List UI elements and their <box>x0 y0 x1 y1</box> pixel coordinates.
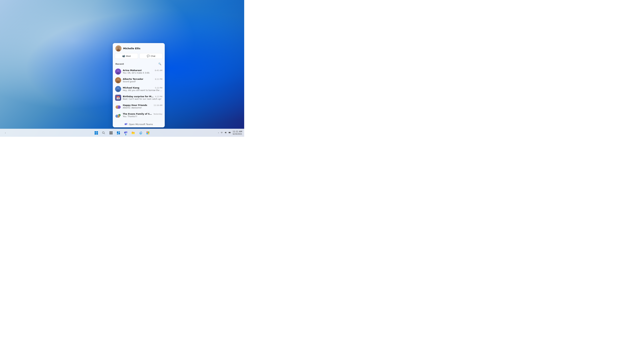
chat-item-happyhour[interactable]: Happy Hour Friends 11:16 AM Alberto: Awe… <box>113 102 165 111</box>
file-explorer-button[interactable] <box>130 130 136 136</box>
search-button[interactable] <box>100 130 107 136</box>
avatar-alberto <box>115 77 121 83</box>
desktop: Michelle Ellis 📹 Meet 💬 Chat Recent 🔍 <box>0 0 244 137</box>
taskbar-left: › <box>2 130 9 136</box>
meet-button[interactable]: 📹 Meet <box>115 53 138 59</box>
volume-icon[interactable] <box>224 131 227 135</box>
battery-icon[interactable] <box>228 131 231 135</box>
svg-rect-45 <box>118 133 120 134</box>
edge-icon <box>139 131 142 135</box>
user-avatar <box>116 45 122 51</box>
chat-time-evans: Yesterday <box>154 113 162 115</box>
chat-name-birthday: Birthday surprise for Mum <box>123 95 154 98</box>
windows-logo-icon <box>94 131 98 135</box>
svg-line-37 <box>104 133 105 134</box>
chat-content-evans: The Evans Family of Supers Yesterday You… <box>123 113 162 118</box>
search-recent-button[interactable]: 🔍 <box>157 61 162 66</box>
svg-rect-50 <box>148 132 149 133</box>
start-button[interactable] <box>93 130 100 136</box>
chat-label: Chat <box>150 55 155 57</box>
recent-section-header: Recent 🔍 <box>113 60 165 67</box>
chat-name-michael: Michael Kang <box>123 86 139 89</box>
svg-rect-43 <box>118 131 120 132</box>
svg-rect-52 <box>148 133 149 134</box>
svg-rect-35 <box>96 133 98 135</box>
chat-name-happyhour: Happy Hour Friends <box>123 104 147 106</box>
avatar-arina <box>115 68 121 75</box>
svg-point-14 <box>116 89 120 92</box>
taskbar: › <box>0 129 244 137</box>
svg-point-18 <box>118 106 120 108</box>
chat-icon: 💬 <box>147 55 150 57</box>
task-view-button[interactable] <box>108 130 114 136</box>
svg-point-7 <box>117 70 119 72</box>
svg-point-36 <box>102 132 104 133</box>
svg-point-13 <box>117 87 119 89</box>
chat-time-birthday: 4:23 PM <box>155 95 162 98</box>
svg-point-5 <box>119 47 119 48</box>
svg-point-48 <box>126 132 126 132</box>
svg-rect-54 <box>230 132 231 133</box>
search-icon <box>102 131 105 135</box>
widgets-icon <box>117 131 120 135</box>
svg-point-11 <box>116 81 120 83</box>
taskbar-right: › <box>218 130 242 135</box>
open-teams-footer[interactable]: T Open Microsoft Teams <box>113 121 165 127</box>
teams-chat-taskbar-button[interactable] <box>122 130 129 136</box>
wifi-icon[interactable] <box>220 131 223 135</box>
chat-item-michael[interactable]: Michael Kang 5:22 PM Hey, did you still … <box>113 85 165 93</box>
chat-item-arina[interactable]: Arina Maharani 8:45 AM You: OK, let's ma… <box>113 67 165 76</box>
clock-area[interactable]: 11:11 AM 6/24/2021 <box>232 130 242 135</box>
recent-label: Recent <box>116 63 124 65</box>
svg-rect-40 <box>110 133 111 134</box>
svg-rect-41 <box>111 133 112 134</box>
chat-button[interactable]: 💬 Chat <box>139 53 163 59</box>
chat-preview-arina: You: OK, let's make it 3:00. <box>123 72 162 74</box>
chat-top-birthday: Birthday surprise for Mum 4:23 PM <box>123 95 162 98</box>
chevron-up-icon[interactable]: › <box>218 131 219 134</box>
store-button[interactable] <box>144 130 151 136</box>
svg-rect-38 <box>110 131 111 133</box>
svg-point-8 <box>116 72 120 74</box>
widgets-button[interactable] <box>115 130 122 136</box>
avatar-happyhour <box>115 103 121 109</box>
chat-content-happyhour: Happy Hour Friends 11:16 AM Alberto: Awe… <box>123 104 162 109</box>
svg-point-23 <box>118 115 119 117</box>
edge-button[interactable] <box>137 130 144 136</box>
chat-item-alberto[interactable]: Alberto Tercedor 6:11 PM Sound good? <box>113 76 165 85</box>
chat-time-michael: 5:22 PM <box>155 87 162 89</box>
chat-list: Arina Maharani 8:45 AM You: OK, let's ma… <box>113 67 165 121</box>
battery-level-icon <box>228 131 231 134</box>
action-buttons: 📹 Meet 💬 Chat <box>113 53 165 60</box>
svg-rect-55 <box>229 132 230 133</box>
chat-item-ellis[interactable]: Ellis Family Yesterday You: That's great… <box>113 119 165 121</box>
show-hidden-icons-button[interactable]: › <box>2 130 9 136</box>
open-teams-label: Open Microsoft Teams <box>129 123 153 125</box>
chat-preview-alberto: Sound good? <box>123 80 162 83</box>
chat-preview-birthday: Noel: Can't wait for our next catch up! <box>123 98 162 100</box>
chat-item-birthday[interactable]: 📅 Birthday surprise for Mum 4:23 PM Noel… <box>113 93 165 102</box>
chat-top-arina: Arina Maharani 8:45 AM <box>123 69 162 71</box>
clock-time: 11:11 AM <box>232 130 242 133</box>
chat-content-alberto: Alberto Tercedor 6:11 PM Sound good? <box>123 78 162 83</box>
chat-name-evans: The Evans Family of Supers <box>123 113 152 115</box>
svg-rect-42 <box>117 131 118 133</box>
chat-content-birthday: Birthday surprise for Mum 4:23 PM Noel: … <box>123 95 162 100</box>
svg-rect-32 <box>94 131 96 133</box>
popup-username: Michelle Ellis <box>123 47 140 50</box>
chat-top-evans: The Evans Family of Supers Yesterday <box>123 113 162 115</box>
chat-content-arina: Arina Maharani 8:45 AM You: OK, let's ma… <box>123 69 162 74</box>
avatar-michael <box>115 86 121 92</box>
chat-top-happyhour: Happy Hour Friends 11:16 AM <box>123 104 162 106</box>
chat-item-evans[interactable]: The Evans Family of Supers Yesterday You… <box>113 111 165 119</box>
svg-rect-33 <box>96 131 98 133</box>
teams-chat-taskbar-icon <box>124 131 128 135</box>
svg-rect-51 <box>146 133 148 134</box>
chat-content-michael: Michael Kang 5:22 PM Hey, did you still … <box>123 86 162 91</box>
avatar-evans <box>115 112 121 118</box>
chat-name-arina: Arina Maharani <box>123 69 142 71</box>
task-view-icon <box>109 131 113 135</box>
system-tray: › <box>218 131 231 135</box>
taskbar-center <box>93 130 151 136</box>
svg-rect-39 <box>111 131 112 133</box>
